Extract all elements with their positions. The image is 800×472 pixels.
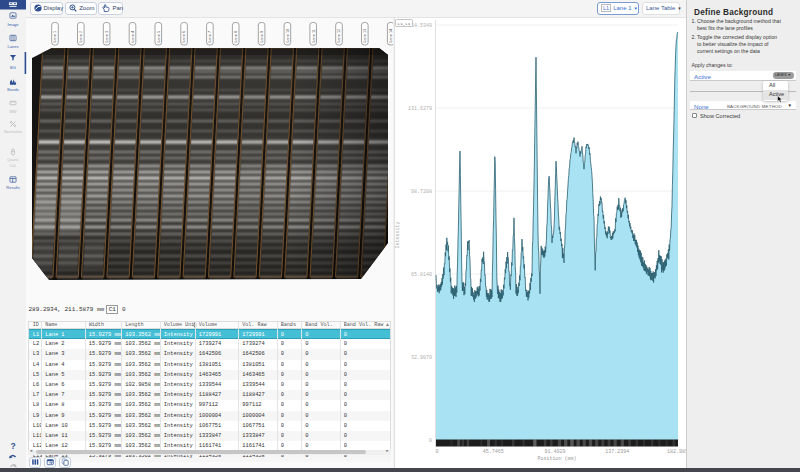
svg-text:137.2394: 137.2394 bbox=[605, 449, 629, 455]
svg-text:Lane 10: Lane 10 bbox=[286, 29, 290, 43]
svg-text:Bands: Bands bbox=[7, 87, 18, 92]
svg-text:Lane 8: Lane 8 bbox=[234, 31, 238, 43]
svg-text:L1,L1: L1,L1 bbox=[398, 21, 411, 26]
svg-text:Lane 4: Lane 4 bbox=[131, 31, 135, 43]
svg-text:182.9858: 182.9858 bbox=[667, 449, 687, 455]
svg-text:?: ? bbox=[10, 441, 15, 451]
svg-text:65.8140: 65.8140 bbox=[411, 272, 432, 278]
svg-text:Lane 2: Lane 2 bbox=[79, 31, 83, 43]
svg-text:Lane 12: Lane 12 bbox=[337, 29, 341, 43]
svg-text:0: 0 bbox=[429, 438, 432, 444]
svg-text:Lane 11: Lane 11 bbox=[312, 29, 316, 42]
svg-text:45.7465: 45.7465 bbox=[483, 449, 504, 455]
svg-text:91.4929: 91.4929 bbox=[544, 449, 565, 455]
svg-text:Results: Results bbox=[6, 185, 19, 190]
svg-text:Lane 5: Lane 5 bbox=[157, 31, 161, 43]
svg-text:Position (mm): Position (mm) bbox=[537, 456, 576, 462]
svg-text:Lane 13: Lane 13 bbox=[363, 29, 367, 43]
svg-text:Lane 1: Lane 1 bbox=[53, 31, 57, 43]
svg-text:Lanes: Lanes bbox=[8, 44, 19, 49]
svg-text:Lane 7: Lane 7 bbox=[208, 31, 212, 43]
svg-text:BG: BG bbox=[10, 65, 16, 70]
svg-text:131.6279: 131.6279 bbox=[408, 106, 432, 112]
svg-text:Lane 3: Lane 3 bbox=[105, 31, 109, 43]
svg-text:32.9070: 32.9070 bbox=[411, 355, 432, 361]
svg-text:MW: MW bbox=[9, 109, 16, 114]
svg-text:Intensity: Intensity bbox=[395, 221, 401, 248]
svg-text:Lane 6: Lane 6 bbox=[182, 31, 186, 43]
svg-text:98.7208: 98.7208 bbox=[411, 189, 432, 195]
svg-text:Lane 14: Lane 14 bbox=[389, 29, 393, 43]
svg-text:Normalize: Normalize bbox=[4, 129, 23, 134]
svg-text:Lane 9: Lane 9 bbox=[260, 31, 264, 43]
svg-text:0: 0 bbox=[435, 449, 438, 455]
svg-text:Cal.: Cal. bbox=[9, 163, 16, 168]
svg-text:Image: Image bbox=[7, 22, 19, 27]
svg-text:Quant.: Quant. bbox=[7, 157, 19, 162]
